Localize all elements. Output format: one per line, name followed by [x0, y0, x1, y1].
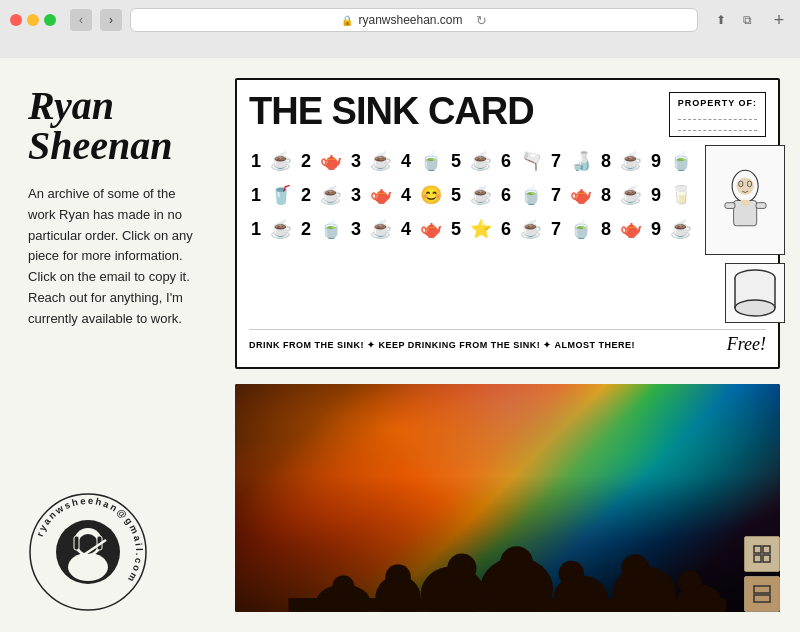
url-text: ryanwsheehan.com — [358, 13, 462, 27]
property-label: PROPERTY OF: — [678, 98, 757, 108]
svg-rect-15 — [755, 202, 765, 208]
svg-point-33 — [500, 546, 533, 579]
sink-card-header: THE SINK CARD PROPERTY OF: — [249, 92, 766, 137]
free-label: Free! — [727, 334, 766, 355]
svg-rect-40 — [763, 555, 770, 562]
sink-card-body: 1 ☕ 2 🫖 3 ☕ 4 🍵 5 ☕ 6 — [249, 145, 766, 323]
svg-point-31 — [385, 565, 411, 591]
page-content: Ryan Sheenan An archive of some of the w… — [0, 58, 800, 632]
email-badge[interactable]: ryanwsheehan@gmail.com — [28, 492, 148, 612]
fullscreen-button[interactable] — [44, 14, 56, 26]
svg-rect-29 — [289, 598, 727, 612]
concert-photo-container[interactable] — [235, 384, 780, 612]
tab-button[interactable]: ⧉ — [736, 9, 758, 31]
property-box: PROPERTY OF: — [669, 92, 766, 137]
site-description: An archive of some of the work Ryan has … — [28, 184, 195, 330]
svg-rect-37 — [754, 546, 761, 553]
site-title: Ryan Sheenan — [28, 86, 195, 166]
sink-card[interactable]: THE SINK CARD PROPERTY OF: 1 — [235, 78, 780, 369]
traffic-lights — [10, 14, 56, 26]
footer-text: DRINK FROM THE SINK! ✦ KEEP DRINKING FRO… — [249, 340, 635, 350]
address-bar[interactable]: 🔒 ryanwsheehan.com ↻ — [130, 8, 698, 32]
grid-view-button[interactable] — [744, 536, 780, 572]
svg-rect-42 — [754, 595, 770, 602]
back-button[interactable]: ‹ — [70, 9, 92, 31]
svg-point-35 — [621, 555, 648, 582]
sink-card-footer: DRINK FROM THE SINK! ✦ KEEP DRINKING FRO… — [249, 329, 766, 355]
close-button[interactable] — [10, 14, 22, 26]
sink-card-container: THE SINK CARD PROPERTY OF: 1 — [235, 78, 780, 369]
new-tab-button[interactable]: + — [768, 9, 790, 31]
concert-photo — [235, 384, 780, 612]
refresh-icon: ↻ — [476, 13, 487, 28]
browser-actions: ⬆ ⧉ — [710, 9, 758, 31]
svg-point-32 — [447, 554, 476, 583]
coffee-row-3: 1 ☕ 2 🍵 3 ☕ 4 🫖 5 ⭐ 6 — [249, 213, 697, 245]
view-toggle — [744, 536, 780, 612]
svg-rect-41 — [754, 586, 770, 593]
cylinder-illustration — [725, 263, 785, 323]
svg-rect-38 — [763, 546, 770, 553]
svg-rect-39 — [754, 555, 761, 562]
browser-chrome: ‹ › 🔒 ryanwsheehan.com ↻ ⬆ ⧉ + — [0, 0, 800, 58]
sink-card-left: 1 ☕ 2 🫖 3 ☕ 4 🍵 5 ☕ 6 — [249, 145, 697, 323]
coffee-grid: 1 ☕ 2 🫖 3 ☕ 4 🍵 5 ☕ 6 — [249, 145, 697, 245]
svg-rect-16 — [740, 199, 749, 205]
lock-icon: 🔒 — [341, 15, 353, 26]
svg-rect-6 — [74, 536, 79, 550]
forward-button[interactable]: › — [100, 9, 122, 31]
coffee-row-2: 1 🥤 2 ☕ 3 🫖 4 😊 5 ☕ 6 — [249, 179, 697, 211]
svg-point-36 — [678, 571, 702, 595]
svg-point-4 — [68, 553, 108, 581]
coffee-row-1: 1 ☕ 2 🫖 3 ☕ 4 🍵 5 ☕ 6 — [249, 145, 697, 177]
share-button[interactable]: ⬆ — [710, 9, 732, 31]
svg-point-34 — [559, 561, 585, 587]
sidebar: Ryan Sheenan An archive of some of the w… — [0, 58, 215, 632]
minimize-button[interactable] — [27, 14, 39, 26]
svg-point-19 — [735, 300, 775, 316]
svg-rect-14 — [724, 202, 734, 208]
list-view-button[interactable] — [744, 576, 780, 612]
main-content: THE SINK CARD PROPERTY OF: 1 — [215, 58, 800, 632]
sink-card-title: THE SINK CARD — [249, 92, 534, 130]
portrait-illustration — [705, 145, 785, 255]
svg-point-30 — [332, 576, 354, 598]
